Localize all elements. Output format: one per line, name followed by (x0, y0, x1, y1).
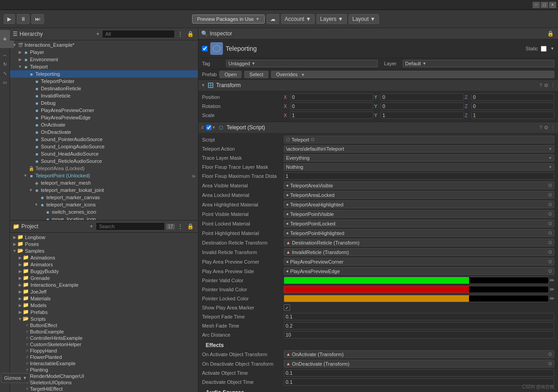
step-button[interactable]: ⏭ (31, 14, 44, 24)
proj-interactableexample[interactable]: # InteractableExample (10, 360, 198, 367)
move-tool[interactable]: ↔ (1, 51, 9, 59)
tree-item-switch-icon[interactable]: ■ switch_scenes_icon (10, 208, 198, 216)
pv-ref-btn[interactable]: ⊙ (548, 211, 552, 217)
pointer-invalid-swatch[interactable] (284, 286, 549, 293)
hierarchy-add-btn[interactable]: + (95, 30, 101, 38)
hierarchy-search[interactable] (102, 30, 175, 38)
pl-ref-btn[interactable]: ⊙ (548, 220, 552, 226)
floor-max-input[interactable] (284, 172, 554, 180)
rotation-x-input[interactable] (290, 103, 373, 110)
arc-distance-input[interactable] (284, 331, 554, 338)
proj-animators[interactable]: ▶ 📁 Animators (10, 261, 198, 268)
overrides-btn[interactable]: Overrides ▼ (271, 71, 554, 78)
proj-joejeff[interactable]: ▶ 📁 JoeJeff (10, 288, 198, 295)
hierarchy-lock-btn[interactable]: 🔒 (186, 30, 195, 38)
scene-root[interactable]: ▼ 🎬 Interactions_Example* ⋮ (10, 41, 198, 49)
scale-y-input[interactable] (380, 112, 464, 119)
ts-more-btn[interactable]: ⋮ (550, 125, 555, 131)
teleport-script-header[interactable]: # ▼ ⬡ Teleport (Script) ? ⚙ ⋮ (198, 122, 558, 133)
rotate-tool[interactable]: ↻ (1, 60, 9, 68)
proj-buttonexample[interactable]: # ButtonExample (10, 328, 198, 335)
proj-samples[interactable]: ▼ 📂 Samples (10, 247, 198, 254)
tree-item-destreticle[interactable]: ■ DestinationReticle (10, 85, 198, 92)
gizmos-dropdown-arrow[interactable]: ▼ (23, 376, 27, 380)
script-ref-btn[interactable]: ⊙ (311, 137, 315, 142)
proj-poses[interactable]: ▶ 📁 Poses (10, 240, 198, 247)
tree-item-marker-canvas[interactable]: ■ teleport_marker_canvas (10, 194, 198, 201)
tree-item-teleportpointer[interactable]: ■ TeleportPointer (10, 78, 198, 85)
rotation-z-input[interactable] (471, 103, 554, 110)
teleport-fade-input[interactable] (284, 313, 554, 320)
pointer-valid-picker[interactable]: ✏ (550, 277, 554, 284)
proj-targethiteffect[interactable]: # TargetHitEffect (10, 386, 198, 392)
scene-more[interactable]: ⋮ (192, 43, 198, 48)
maximize-btn[interactable]: □ (541, 2, 548, 8)
position-x-input[interactable] (290, 93, 373, 101)
deactivate-time-input[interactable] (284, 378, 554, 386)
oat-ref-btn[interactable]: ⊙ (548, 351, 552, 357)
static-checkbox[interactable] (541, 46, 547, 52)
tree-item-shas[interactable]: ■ Sound_HeadAudioSource (10, 150, 198, 157)
transform-settings-btn[interactable]: ⚙ (544, 83, 548, 88)
play-button[interactable]: ▶ (4, 14, 15, 24)
tree-item-move-icon[interactable]: ■ move_location_icon (10, 216, 198, 220)
proj-grenade[interactable]: ▶ 📁 Grenade (10, 274, 198, 281)
tree-item-teleportarea[interactable]: 🔒 TeleportArea (Locked) (10, 165, 198, 172)
pac-ref-btn[interactable]: ⊙ (548, 259, 552, 265)
tree-item-marker-icons[interactable]: ▼ ■ teleport_marker_icons (10, 201, 198, 208)
inspector-lock-btn[interactable]: 🔒 (546, 30, 555, 37)
tree-item-marker-mesh[interactable]: ◈ teleport_marker_mesh (10, 179, 198, 186)
odt-ref-btn[interactable]: ⊙ (548, 361, 552, 367)
ts-enable-checkbox[interactable] (206, 125, 212, 130)
project-lock-btn[interactable]: 🔒 (186, 223, 195, 230)
floor-fixup-dropdown[interactable]: Nothing ▼ (284, 163, 554, 171)
rotation-y-input[interactable] (380, 103, 464, 110)
proj-floppyhand[interactable]: # FloppyHand (10, 348, 198, 354)
proj-customskeleton[interactable]: # CustomSkeletonHelper (10, 341, 198, 348)
proj-buttoneffect[interactable]: # ButtonEffect (10, 322, 198, 328)
layout-button[interactable]: Layout ▼ (349, 14, 379, 24)
tree-item-marker-joint[interactable]: ▼ ■ teleport_marker_lookat_joint (10, 186, 198, 194)
select-btn[interactable]: Select (244, 71, 268, 78)
position-y-input[interactable] (380, 93, 464, 101)
account-button[interactable]: Account ▼ (281, 14, 315, 24)
scale-z-input[interactable] (471, 112, 554, 119)
pointer-valid-swatch[interactable] (284, 277, 549, 284)
proj-skeletonui[interactable]: # SkeletonUIOptions (10, 379, 198, 386)
obj-enable-checkbox[interactable] (202, 46, 207, 51)
hierarchy-options-btn[interactable]: ⋮ (176, 30, 184, 38)
proj-longbow[interactable]: ▶ 📁 Longbow (10, 234, 198, 240)
teleport-action-dropdown[interactable]: \actions\default\in\Teleport ▼ (284, 145, 554, 152)
tree-item-spas[interactable]: ■ Sound_PointerAudioSource (10, 136, 198, 143)
position-z-input[interactable] (471, 93, 554, 101)
proj-materials[interactable]: ▶ 📁 Materials (10, 295, 198, 302)
tree-item-teleportpoint-unlocked[interactable]: ▼ ■ TeleportPoint (Unlocked) ▶ (10, 172, 198, 179)
tree-item-slas[interactable]: ■ Sound_LoopingAudioSource (10, 143, 198, 150)
proj-prefabs[interactable]: ▶ 📁 Prefabs (10, 309, 198, 315)
pause-button[interactable]: ⏸ (17, 14, 30, 24)
mesh-fade-input[interactable] (284, 322, 554, 329)
show-play-area-checkbox[interactable]: ✓ (284, 304, 290, 311)
rect-tool[interactable]: ▭ (1, 78, 9, 86)
ts-settings-btn[interactable]: ⚙ (544, 125, 548, 131)
close-btn[interactable]: × (549, 2, 556, 8)
pointer-locked-swatch[interactable] (284, 295, 549, 302)
project-add-btn[interactable]: + (89, 223, 94, 230)
ah-ref-btn[interactable]: ⊙ (548, 201, 552, 207)
activate-time-input[interactable] (284, 369, 554, 377)
trace-layer-dropdown[interactable]: Everything ▼ (284, 154, 554, 162)
tag-dropdown[interactable]: Untagged ▼ (226, 60, 378, 67)
pointer-invalid-picker[interactable]: ✏ (550, 286, 554, 293)
tpu-more[interactable]: ▶ (193, 173, 198, 178)
transform-header[interactable]: ▼ Transform ? ⚙ ⋮ (198, 80, 558, 91)
tree-item-ondeactivate[interactable]: ■ OnDeactivate (10, 128, 198, 136)
proj-models[interactable]: ▶ 📁 Models (10, 302, 198, 309)
project-search[interactable] (96, 222, 165, 230)
proj-controllerhints[interactable]: # ControllerHintsExample (10, 335, 198, 341)
dr-ref-btn[interactable]: ⊙ (548, 240, 552, 245)
proj-rendermodelchanger[interactable]: # RenderModelChangerUI (10, 373, 198, 379)
minimize-btn[interactable]: − (533, 2, 540, 8)
layers-button[interactable]: Layers ▼ (316, 14, 347, 24)
proj-planting[interactable]: # Planting (10, 367, 198, 373)
layer-dropdown[interactable]: Default ▼ (403, 60, 554, 67)
